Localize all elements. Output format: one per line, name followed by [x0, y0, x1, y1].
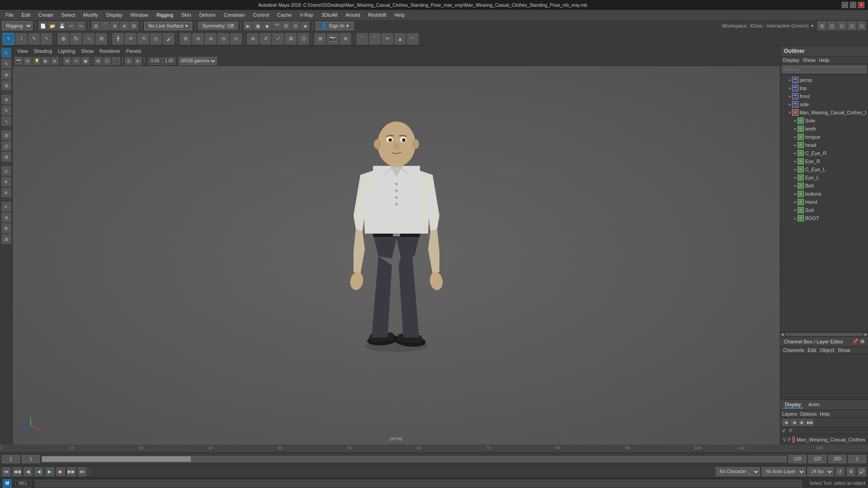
wire-button[interactable]: ⊝: [217, 33, 229, 45]
tree-item-front[interactable]: ▸ 📷 front: [780, 92, 868, 100]
paint-mode-button[interactable]: ✎: [1, 59, 11, 69]
outliner-display-menu[interactable]: Display: [783, 57, 799, 63]
prev-key-button[interactable]: ◀◀: [13, 467, 22, 476]
menu-select[interactable]: Select: [58, 11, 79, 19]
no-character-select[interactable]: No Character _: [716, 467, 760, 476]
options-menu[interactable]: Options: [800, 411, 817, 417]
skin-weight-button[interactable]: ◎: [150, 33, 162, 45]
minimize-button[interactable]: ─: [842, 2, 848, 8]
move-lt-button[interactable]: ⊕: [1, 94, 11, 104]
prev-frame-button[interactable]: ◀: [24, 467, 33, 476]
select-mode-button[interactable]: ↖: [1, 48, 11, 58]
vp-lighting-menu[interactable]: Lighting: [55, 47, 78, 55]
next-key-button[interactable]: ▶▶: [67, 467, 76, 476]
range-end-display-a[interactable]: [808, 455, 826, 463]
menu-help[interactable]: Help: [391, 11, 409, 19]
show-manip-button[interactable]: ⊗: [340, 33, 351, 45]
vp-panels-menu[interactable]: Panels: [123, 47, 144, 55]
menu-rigging[interactable]: Rigging: [153, 11, 177, 19]
mel-input[interactable]: [35, 480, 802, 487]
tree-item-hand[interactable]: ▸ ⊙ Hand: [780, 198, 868, 206]
vp-light-icon[interactable]: 💡: [33, 57, 41, 65]
select-tool-2-button[interactable]: ↖: [41, 33, 52, 45]
vp-camera-icon[interactable]: 📷: [14, 57, 23, 65]
render-icon[interactable]: ▶: [244, 21, 253, 30]
next-frame-button[interactable]: ▶: [56, 467, 65, 476]
end-frame-input[interactable]: [848, 455, 866, 463]
toolbar-icon-5[interactable]: ⊡: [857, 21, 866, 30]
snap-mode-button[interactable]: ⊞: [1, 80, 11, 90]
ik-spline-button[interactable]: ⟲: [137, 33, 149, 45]
stop-icon[interactable]: ■: [301, 21, 310, 30]
menu-display[interactable]: Display: [103, 11, 126, 19]
sculpt-button[interactable]: ⊜: [192, 33, 204, 45]
layer-row-man[interactable]: V P Man_Wearing_Casual_Clothes: [782, 436, 866, 444]
layer-new-icon[interactable]: ▶: [798, 419, 806, 426]
menu-window[interactable]: Window: [127, 11, 152, 19]
open-scene-icon[interactable]: 📂: [48, 21, 57, 30]
tree-item-suit[interactable]: ▸ ⊙ Suit: [780, 206, 868, 214]
go-to-end-button[interactable]: ⏭: [78, 467, 87, 476]
rotate-tool-button[interactable]: ↻: [70, 33, 82, 45]
new-scene-icon[interactable]: 📄: [38, 21, 47, 30]
snap-scale-button[interactable]: ⤢: [272, 33, 284, 45]
vp-ao-icon[interactable]: ⊕: [51, 57, 59, 65]
tree-item-c-eye-l[interactable]: ▸ ⊙ C_Eye_L: [780, 165, 868, 174]
workspace-arrow[interactable]: ▾: [811, 23, 814, 29]
wireframe-button[interactable]: ⊞: [1, 152, 11, 162]
tree-item-side[interactable]: ▸ 📷 side: [780, 100, 868, 108]
menu-redshift[interactable]: Redshift: [364, 11, 390, 19]
tree-item-eye-l[interactable]: ▸ ⊙ Eye_L: [780, 174, 868, 182]
no-live-surface-button[interactable]: No Live Surface ▾: [144, 22, 192, 30]
grid-button[interactable]: |||: [1, 166, 11, 176]
sym-sculpt-button[interactable]: ⊞: [314, 33, 326, 45]
pause-icon[interactable]: ⏸: [291, 21, 300, 30]
menu-3dtoall[interactable]: 3DtoAll: [318, 11, 341, 19]
outliner-search-input[interactable]: [782, 66, 866, 73]
snap-surface-icon[interactable]: ⊗: [120, 21, 129, 30]
vp-wireframe-icon[interactable]: ⊞: [63, 57, 71, 65]
tree-item-sole[interactable]: ▸ ⊙ Sole: [780, 117, 868, 125]
menu-cache[interactable]: Cache: [274, 11, 295, 19]
layers-menu[interactable]: Layers: [782, 411, 797, 417]
menu-file[interactable]: File: [2, 11, 17, 19]
hypershade-icon[interactable]: ◆: [263, 21, 272, 30]
symmetry-button[interactable]: Symmetry: Off: [198, 22, 238, 30]
anim-settings-button[interactable]: ⚙: [846, 467, 855, 476]
ep-curve-button[interactable]: ⌒: [369, 33, 381, 45]
lattice-button[interactable]: ⊞: [179, 33, 191, 45]
menu-vray[interactable]: V-Ray: [296, 11, 317, 19]
tree-item-eye-r[interactable]: ▸ ⊙ Eye_R: [780, 157, 868, 165]
timeline-ruler[interactable]: 1 10 20 30 40 50 60 70 80 90 100 110 120: [0, 445, 868, 453]
layout2-button[interactable]: ⊠: [1, 188, 11, 197]
snap-grid-icon[interactable]: ⊞: [91, 21, 100, 30]
tree-item-buttons[interactable]: ▸ ⊙ buttons: [780, 190, 868, 198]
menu-constrain[interactable]: Constrain: [220, 11, 249, 19]
channel-box-lt-button[interactable]: ≡: [1, 202, 11, 211]
save-scene-icon[interactable]: 💾: [57, 21, 66, 30]
close-button[interactable]: ✕: [858, 2, 864, 8]
hide-button[interactable]: ⊡: [1, 141, 11, 151]
sculpt-mode-button[interactable]: ⊕: [1, 70, 11, 80]
snap-point-icon[interactable]: ⊕: [110, 21, 119, 30]
ipr-icon[interactable]: ⦿: [282, 21, 291, 30]
menu-modify[interactable]: Modify: [80, 11, 101, 19]
range-start-input[interactable]: [22, 455, 40, 463]
select-tool-button[interactable]: ↖: [3, 33, 14, 45]
toolbar-icon-4[interactable]: ⊡: [847, 21, 856, 30]
layer-delete-icon[interactable]: ▶▶: [807, 419, 814, 426]
vp-grid-icon[interactable]: ⊞: [94, 57, 102, 65]
vp-shadow-icon[interactable]: ◐: [42, 57, 50, 65]
vp-shading-menu[interactable]: Shading: [31, 47, 55, 55]
no-anim-layer-select[interactable]: No Anim Layer: [762, 467, 806, 476]
edit-menu[interactable]: Edit: [807, 347, 816, 353]
paint-skin-button[interactable]: 🖌: [163, 33, 175, 45]
menu-arnold[interactable]: Arnold: [342, 11, 363, 19]
display-tab[interactable]: Display: [783, 401, 803, 408]
lasso-select-button[interactable]: ⌇: [15, 33, 27, 45]
tree-item-head[interactable]: ▸ ⊙ head: [780, 141, 868, 149]
tree-item-top[interactable]: ▸ 📷 top: [780, 84, 868, 92]
loop-button[interactable]: ↺: [835, 467, 844, 476]
viewport-canvas[interactable]: X Y Z persp: [13, 66, 780, 445]
render-region-icon[interactable]: ▣: [253, 21, 262, 30]
